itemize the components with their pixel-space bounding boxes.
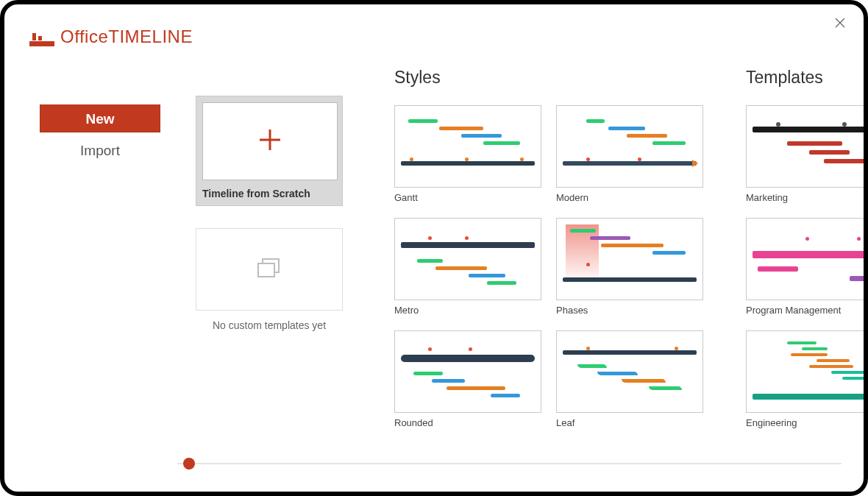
style-label: Rounded <box>394 417 541 428</box>
scratch-thumb <box>202 102 338 180</box>
template-thumb-marketing <box>746 105 864 188</box>
logo-text: OfficeTIMELINE <box>60 26 193 47</box>
styles-column: Styles Gantt <box>394 68 718 444</box>
plus-icon <box>257 127 282 155</box>
header: OfficeTIMELINE <box>4 4 864 68</box>
templates-column: Templates Marketing <box>746 68 864 444</box>
style-card-metro[interactable]: Metro <box>394 218 541 316</box>
app-window: OfficeTIMELINE New Import Timeline from … <box>0 0 868 496</box>
template-card-program[interactable]: Program Management <box>746 218 864 316</box>
style-label: Gantt <box>394 192 541 203</box>
svg-rect-4 <box>258 263 274 277</box>
close-icon <box>835 18 845 28</box>
style-thumb-metro <box>394 218 541 300</box>
scratch-caption: Timeline from Scratch <box>202 188 336 199</box>
svg-rect-1 <box>32 33 36 40</box>
style-card-gantt[interactable]: Gantt <box>394 105 541 203</box>
scrollbar-handle[interactable] <box>183 458 195 470</box>
logo-icon <box>29 27 54 46</box>
svg-rect-2 <box>38 36 42 40</box>
template-label: Engineering <box>746 417 864 428</box>
templates-grid: Marketing Program Management <box>746 105 864 428</box>
template-label: Marketing <box>746 192 864 203</box>
style-thumb-leaf <box>556 330 703 413</box>
templates-title: Templates <box>746 68 864 88</box>
custom-caption: No custom templates yet <box>196 319 343 331</box>
style-label: Phases <box>556 305 703 316</box>
content: Timeline from Scratch No custom template… <box>196 68 864 444</box>
style-label: Modern <box>556 192 703 203</box>
nav-new-button[interactable]: New <box>40 104 160 132</box>
logo-text-part2: TIMELINE <box>108 26 193 46</box>
style-card-phases[interactable]: Phases <box>556 218 703 316</box>
horizontal-scrollbar[interactable] <box>177 456 842 471</box>
template-card-marketing[interactable]: Marketing <box>746 105 864 203</box>
style-label: Metro <box>394 305 541 316</box>
scratch-column: Timeline from Scratch No custom template… <box>196 68 350 444</box>
logo-text-part1: Office <box>60 26 108 46</box>
custom-thumb <box>196 228 343 311</box>
style-thumb-modern <box>556 105 703 188</box>
stack-icon <box>257 258 282 281</box>
style-thumb-rounded <box>394 330 541 413</box>
style-card-modern[interactable]: Modern <box>556 105 703 203</box>
style-card-rounded[interactable]: Rounded <box>394 330 541 428</box>
template-thumb-program <box>746 218 864 300</box>
body: New Import Timeline from Scratch <box>4 68 864 444</box>
style-thumb-gantt <box>394 105 541 188</box>
scrollbar-track <box>177 463 842 464</box>
styles-title: Styles <box>394 68 718 88</box>
style-card-leaf[interactable]: Leaf <box>556 330 703 428</box>
template-thumb-engineering <box>746 330 864 413</box>
style-label: Leaf <box>556 417 703 428</box>
svg-rect-0 <box>29 41 54 46</box>
style-thumb-phases <box>556 218 703 300</box>
close-button[interactable] <box>833 16 847 31</box>
styles-grid: Gantt Modern <box>394 105 718 428</box>
nav-import-button[interactable]: Import <box>40 137 160 165</box>
custom-templates-card[interactable]: No custom templates yet <box>196 228 343 331</box>
scratch-card[interactable]: Timeline from Scratch <box>196 96 343 206</box>
sidebar: New Import <box>4 68 196 444</box>
template-card-engineering[interactable]: Engineering <box>746 330 864 428</box>
template-label: Program Management <box>746 305 864 316</box>
